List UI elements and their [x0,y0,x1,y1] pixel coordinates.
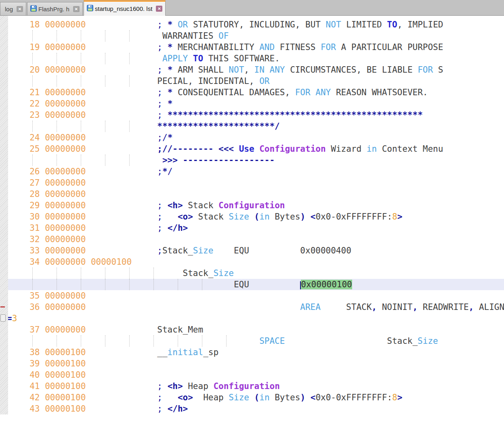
close-icon[interactable]: ✕ [17,6,23,12]
bookmark-margin [0,16,8,414]
code-token: , [244,65,254,75]
code-row-line-39[interactable]: 39 00000100 [0,358,504,369]
code-row-line-18[interactable]: 18 00000000 ; * OR STATUTORY, INCLUDING,… [0,19,504,30]
code-row-line-24[interactable]: 24 00000000 ;/* [0,132,504,143]
code-token: in [259,393,269,402]
code-token: ANY [270,65,285,75]
line-number-gutter: 40 00000100 [4,370,86,380]
code-token: TO [387,20,397,29]
code-row-line-30[interactable]: 30 00000000 ; <o> Stack Size (in Bytes) … [0,211,504,222]
code-row-line-36[interactable]: 36 00000000 AREA STACK, NOINIT, READWRIT… [0,301,504,313]
indent-guide [202,335,202,347]
code-row-line-19[interactable]: 19 00000000 ; * MERCHANTABILITY AND FITN… [0,42,504,53]
code-row-wrap[interactable]: Stack_Size [0,268,504,279]
line-number-gutter: 36 00000000 [4,302,86,312]
code-token [157,54,162,63]
tab-flashprg-h[interactable]: FlashPrg. h✕ [27,2,83,15]
code-token: APPLY [162,54,188,63]
code-row-wrap[interactable]: ***********************/ [0,121,504,132]
code-token: ANY [315,88,331,97]
code-row-line-42[interactable]: 42 00000100 ; <o> Heap Size (in Bytes) <… [0,392,504,403]
code-row-line-38[interactable]: 38 00000100 __initial_sp [0,347,504,358]
code-row-line-28[interactable]: 28 00000000 [0,188,504,200]
code-row-wrap[interactable]: =3 [0,313,504,324]
code-row-line-25[interactable]: 25 00000000 ;//-------- <<< Use Configur… [0,143,504,155]
indent-guide [57,121,57,132]
code-token: Stack [183,201,219,210]
close-icon[interactable]: ✕ [73,6,80,12]
code-row-line-23[interactable]: 23 00000000 ; **************************… [0,109,504,121]
code-row-line-33[interactable]: 33 00000000 ;Stack_Size EQU 0x00000400 [0,245,504,256]
indent-guide [81,53,81,64]
code-token: in [259,212,269,222]
code-row-line-34[interactable]: 34 00000000 00000100 [0,256,504,268]
indent-guide [105,268,105,279]
indent-guide [105,279,105,290]
code-token: ; [157,246,162,255]
tab-label: log [5,6,13,13]
code-token: ***********************/ [157,121,279,131]
indent-guide [57,53,57,64]
code-token [162,99,168,109]
code-token: ARM SHALL [172,65,229,75]
code-row-line-41[interactable]: 41 00000100 ; <h> Heap Configuration [0,381,504,392]
code-row-wrap[interactable]: WARRANTIES OF [0,30,504,42]
code-token: FOR [295,88,311,97]
code-token: * [162,167,168,176]
code-row-line-20[interactable]: 20 00000000 ; * ARM SHALL NOT, IN ANY CI… [0,64,504,75]
code-row-wrap[interactable]: SPACE Stack_Size [0,335,504,347]
code-row-line-29[interactable]: 29 00000000 ; <h> Stack Configuration [0,200,504,211]
line-number-gutter: 25 00000000 [4,144,86,154]
code-token: ) [300,212,305,222]
line-number-gutter: 21 00000000 [4,88,86,97]
indent-guide [81,335,81,347]
code-row-line-27[interactable]: 27 00000000 [0,177,504,188]
indent-guide [129,155,130,166]
code-row-line-32[interactable]: 32 00000000 [0,234,504,245]
code-row-wrap[interactable]: APPLY TO THIS SOFTWARE. [0,53,504,64]
code-token: READWRITE [418,302,468,312]
code-token: MERCHANTABILITY [172,42,259,52]
code-row-line-40[interactable]: 40 00000100 [0,369,504,381]
line-number-gutter: 23 00000000 [4,110,86,120]
code-row-line-37[interactable]: 37 00000000 Stack_Mem [0,324,504,335]
code-row-wrap[interactable]: EQU 0x00000100 [0,279,504,290]
code-token: Wizard [326,144,367,154]
indent-guide [129,53,130,64]
indent-guide [153,279,154,290]
code-token [157,155,162,165]
code-token: ; [157,212,162,222]
tab-label: startup_nsuc1600. lst [95,5,153,12]
line-number-gutter: 39 00000100 [4,359,86,368]
indent-guide [105,335,105,347]
code-token: NOT [229,65,244,75]
fold-box-icon[interactable] [0,314,6,322]
code-row-line-26[interactable]: 26 00000000 ;*/ [0,166,504,177]
code-token: <<< [218,144,234,154]
code-token: Size [418,336,438,346]
indent-guide [32,53,33,64]
code-row-line-22[interactable]: 22 00000000 ; * [0,98,504,109]
code-token: Bytes [270,393,300,402]
code-token: / [162,133,168,142]
code-row-line-35[interactable]: 35 00000000 [0,290,504,301]
editor[interactable]: 18 00000000 ; * OR STATUTORY, INCLUDING,… [0,16,504,414]
code-token: </h> [168,404,188,414]
code-token: IN [254,65,265,75]
change-marker-icon [0,306,5,308]
code-row-wrap[interactable]: >>> ------------------ [0,155,504,166]
code-token: SPACE [259,336,285,346]
code-token: * [168,20,173,29]
code-token: FOR [321,42,336,52]
tab-log[interactable]: log✕ [0,2,26,15]
indent-guide [105,30,105,42]
code-token: * [168,42,173,52]
code-row-line-43[interactable]: 43 00000100 ; </h> [0,403,504,414]
code-token: ; [157,99,162,109]
code-row-line-31[interactable]: 31 00000000 ; </h> [0,222,504,234]
code-row-wrap[interactable]: PECIAL, INCIDENTAL, OR [0,75,504,87]
close-icon[interactable]: ✕ [156,6,162,12]
line-number-gutter: 26 00000000 [4,167,86,176]
code-row-line-21[interactable]: 21 00000000 ; * CONSEQUENTIAL DAMAGES, F… [0,87,504,98]
tab-startup-nsuc1600-lst[interactable]: startup_nsuc1600. lst✕ [84,0,166,16]
